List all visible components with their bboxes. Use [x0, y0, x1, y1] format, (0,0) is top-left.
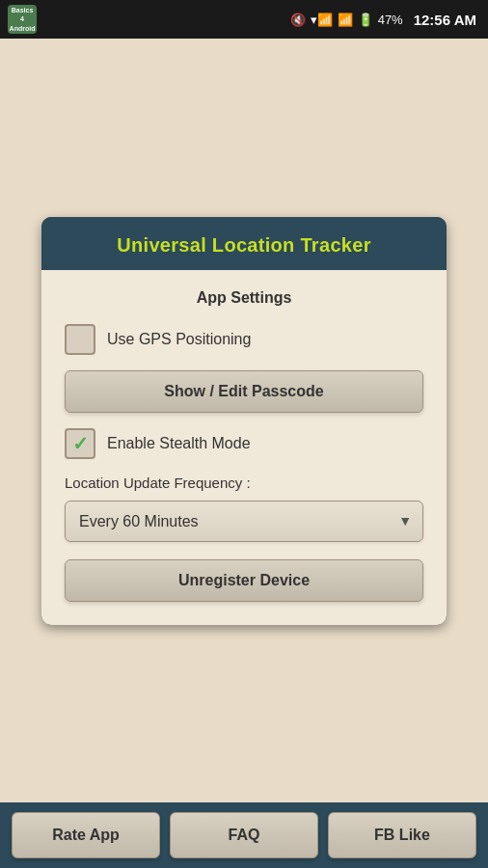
mute-icon: 🔇 — [290, 13, 306, 27]
main-content: Universal Location Tracker App Settings … — [0, 39, 488, 802]
battery-icon: 🔋 — [358, 13, 373, 27]
gps-checkbox[interactable] — [65, 324, 95, 355]
app-icon-area: Basics4Android — [8, 5, 37, 34]
check-icon: ✓ — [72, 434, 89, 453]
unregister-button[interactable]: Unregister Device — [65, 559, 423, 602]
battery-percent: 47% — [378, 13, 403, 27]
card-header: Universal Location Tracker — [41, 217, 447, 270]
signal-icon: 📶 — [338, 13, 353, 27]
passcode-button[interactable]: Show / Edit Passcode — [65, 370, 423, 413]
status-bar: Basics4Android 🔇 ▾📶 📶 🔋 47% 12:56 AM — [0, 0, 488, 39]
wifi-icon: ▾📶 — [311, 13, 333, 27]
stealth-checkbox-row: ✓ Enable Stealth Mode — [65, 428, 423, 459]
settings-card: Universal Location Tracker App Settings … — [41, 217, 447, 625]
status-icons: 🔇 ▾📶 📶 🔋 47% 12:56 AM — [290, 12, 476, 28]
stealth-checkbox[interactable]: ✓ — [65, 428, 95, 459]
bottom-bar: Rate App FAQ FB Like — [0, 802, 488, 868]
status-time: 12:56 AM — [414, 12, 476, 28]
app-title: Universal Location Tracker — [57, 234, 431, 257]
frequency-select[interactable]: Every 5 Minutes Every 15 Minutes Every 3… — [65, 501, 423, 542]
frequency-select-wrapper: Every 5 Minutes Every 15 Minutes Every 3… — [65, 501, 423, 542]
section-title: App Settings — [65, 289, 423, 307]
fb-like-button[interactable]: FB Like — [328, 812, 476, 858]
frequency-label: Location Update Frequency : — [65, 475, 423, 491]
stealth-label: Enable Stealth Mode — [107, 435, 251, 452]
rate-app-button[interactable]: Rate App — [12, 812, 160, 858]
gps-checkbox-row: Use GPS Positioning — [65, 324, 423, 355]
gps-label: Use GPS Positioning — [107, 331, 251, 348]
faq-button[interactable]: FAQ — [170, 812, 318, 858]
app-icon: Basics4Android — [8, 5, 37, 34]
card-body: App Settings Use GPS Positioning Show / … — [41, 270, 447, 625]
